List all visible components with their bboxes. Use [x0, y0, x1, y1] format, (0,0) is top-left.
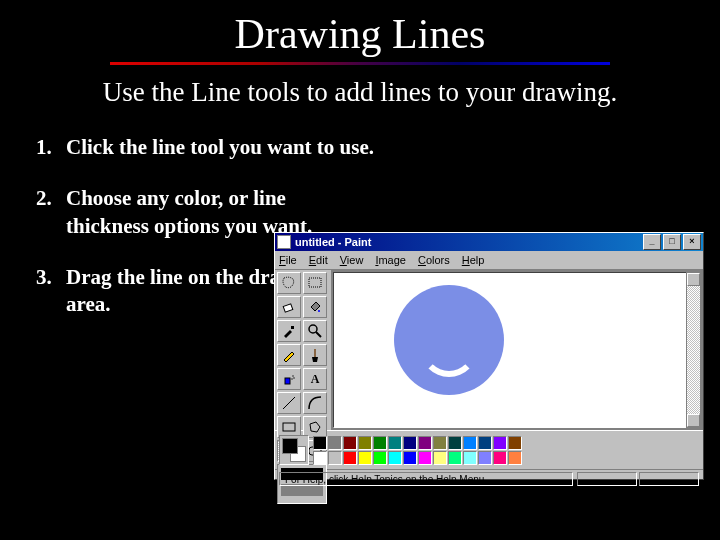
color-swatch[interactable] [373, 451, 387, 465]
color-swatch[interactable] [328, 451, 342, 465]
color-swatch[interactable] [493, 451, 507, 465]
color-swatch[interactable] [388, 451, 402, 465]
menu-colors[interactable]: Colors [418, 254, 450, 266]
tool-fill[interactable] [303, 296, 327, 318]
color-swatch[interactable] [358, 436, 372, 450]
menu-image[interactable]: Image [375, 254, 406, 266]
color-swatch[interactable] [508, 436, 522, 450]
color-swatch[interactable] [403, 436, 417, 450]
color-swatch[interactable] [493, 436, 507, 450]
tool-magnify[interactable] [303, 320, 327, 342]
color-swatch[interactable] [313, 436, 327, 450]
color-swatch[interactable] [508, 451, 522, 465]
menubar: File Edit View Image Colors Help [275, 251, 703, 270]
tool-brush[interactable] [303, 344, 327, 366]
tool-line[interactable] [277, 392, 301, 414]
color-swatch[interactable] [328, 436, 342, 450]
slide-subtitle: Use the Line tools to add lines to your … [0, 77, 720, 108]
tool-pencil[interactable] [277, 344, 301, 366]
color-swatch[interactable] [478, 451, 492, 465]
title-underline [110, 62, 610, 65]
menu-help[interactable]: Help [462, 254, 485, 266]
slide-title: Drawing Lines [0, 0, 720, 58]
color-swatch[interactable] [343, 436, 357, 450]
step-text: Click the line tool you want to use. [66, 134, 374, 161]
svg-rect-3 [291, 326, 294, 329]
color-swatch[interactable] [448, 451, 462, 465]
color-swatch[interactable] [388, 436, 402, 450]
svg-point-8 [292, 375, 293, 376]
color-swatch[interactable] [433, 451, 447, 465]
window-title: untitled - Paint [295, 236, 641, 248]
step-number: 3. [36, 264, 66, 319]
svg-rect-7 [285, 378, 290, 384]
svg-line-5 [316, 332, 321, 337]
menu-file[interactable]: File [279, 254, 297, 266]
canvas-area [331, 270, 703, 430]
minimize-button[interactable]: _ [643, 234, 661, 250]
step-number: 1. [36, 134, 66, 161]
status-text: For Help, click Help Topics on the Help … [279, 472, 573, 486]
drawn-shape [394, 285, 504, 395]
titlebar[interactable]: untitled - Paint _ □ × [275, 233, 703, 251]
color-swatch[interactable] [373, 436, 387, 450]
color-palette [313, 436, 522, 465]
svg-rect-0 [309, 278, 321, 287]
step-number: 2. [36, 185, 66, 240]
status-bar: For Help, click Help Topics on the Help … [275, 469, 703, 488]
svg-point-10 [291, 378, 292, 379]
svg-point-9 [293, 377, 294, 378]
tool-curve[interactable] [303, 392, 327, 414]
color-swatch[interactable] [418, 451, 432, 465]
paint-window: untitled - Paint _ □ × File Edit View Im… [274, 232, 704, 480]
step-1: 1. Click the line tool you want to use. [36, 134, 720, 161]
color-swatch[interactable] [463, 451, 477, 465]
svg-point-4 [309, 325, 317, 333]
tool-text[interactable]: A [303, 368, 327, 390]
color-swatch[interactable] [433, 436, 447, 450]
status-coords [577, 472, 637, 486]
color-swatch[interactable] [463, 436, 477, 450]
color-swatch[interactable] [313, 451, 327, 465]
toolbox: A [275, 270, 331, 430]
maximize-button[interactable]: □ [663, 234, 681, 250]
menu-edit[interactable]: Edit [309, 254, 328, 266]
color-swatch[interactable] [448, 436, 462, 450]
vertical-scrollbar[interactable] [686, 272, 701, 428]
svg-rect-6 [314, 349, 316, 357]
color-swatch[interactable] [478, 436, 492, 450]
tool-rect-select[interactable] [303, 272, 327, 294]
color-bar [275, 430, 703, 469]
foreground-color-swatch [282, 438, 298, 454]
color-swatch[interactable] [418, 436, 432, 450]
svg-line-11 [283, 397, 295, 409]
svg-rect-12 [283, 423, 295, 431]
color-swatch[interactable] [403, 451, 417, 465]
menu-view[interactable]: View [340, 254, 364, 266]
color-swatch[interactable] [358, 451, 372, 465]
tool-picker[interactable] [277, 320, 301, 342]
drawing-canvas[interactable] [333, 272, 701, 428]
svg-rect-1 [283, 304, 293, 312]
close-button[interactable]: × [683, 234, 701, 250]
app-icon [277, 235, 291, 249]
color-swatch[interactable] [343, 451, 357, 465]
status-size [639, 472, 699, 486]
tool-free-select[interactable] [277, 272, 301, 294]
tool-eraser[interactable] [277, 296, 301, 318]
tool-airbrush[interactable] [277, 368, 301, 390]
slide-corner-overlay [0, 528, 30, 540]
svg-point-2 [318, 310, 320, 312]
fg-bg-swatch[interactable] [279, 435, 309, 465]
